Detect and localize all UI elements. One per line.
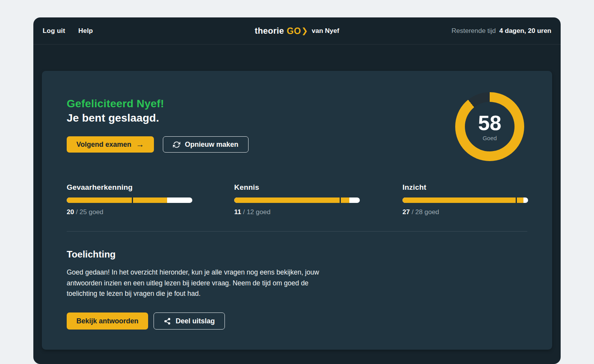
share-label: Deel uitslag [176, 317, 215, 325]
explanation-title: Toelichting [67, 249, 116, 260]
stat-bar-threshold [516, 197, 517, 203]
next-exam-label: Volgend examen [76, 141, 131, 149]
stat-label: Inzicht [402, 183, 528, 192]
top-actions: Volgend examen → Opnieuw maken [67, 136, 249, 153]
share-result-button[interactable]: Deel uitslag [154, 312, 225, 330]
remaining-time: Resterende tijd 4 dagen, 20 uren [451, 27, 551, 35]
share-icon [164, 318, 171, 325]
stat-score-total: / 28 goed [410, 208, 439, 216]
stat-bar-threshold [132, 197, 133, 203]
score-ring-center: 58 Goed [465, 102, 515, 151]
logo-go: GO [287, 26, 301, 36]
stat-label: Kennis [234, 183, 360, 192]
refresh-icon [173, 141, 180, 148]
score-value: 58 [478, 112, 501, 133]
stat-progress-bar [234, 197, 360, 203]
greeting: Gefeliciteerd Nyef! Je bent geslaagd. [67, 96, 164, 125]
stat-score: 11 / 12 goed [234, 208, 360, 216]
retry-exam-button[interactable]: Opnieuw maken [163, 136, 249, 153]
view-answers-button[interactable]: Bekijk antwoorden [67, 312, 148, 330]
stat-score: 27 / 28 goed [402, 208, 528, 216]
header-nav: Log uit Help [43, 27, 93, 35]
help-link[interactable]: Help [78, 27, 93, 35]
result-card: Gefeliciteerd Nyef! Je bent geslaagd. Vo… [42, 71, 552, 350]
stat-progress-bar [67, 197, 192, 203]
arrow-right-icon: → [136, 140, 144, 148]
app-container: Log uit Help theorie GO ❯ van Nyef Reste… [33, 17, 561, 364]
score-ring: 58 Goed [455, 92, 524, 161]
header-bar: Log uit Help theorie GO ❯ van Nyef Reste… [33, 17, 561, 45]
logout-link[interactable]: Log uit [43, 27, 65, 35]
page-background: Log uit Help theorie GO ❯ van Nyef Reste… [0, 0, 594, 364]
stat-bar-fill [402, 197, 523, 203]
stat-gevaarherkenning: Gevaarherkenning 20 / 25 goed [67, 183, 192, 216]
stat-label: Gevaarherkenning [67, 183, 192, 192]
stat-score-value: 27 [402, 208, 410, 216]
bottom-actions: Bekijk antwoorden Deel uitslag [67, 312, 225, 330]
stat-bar-threshold [340, 197, 341, 203]
remaining-time-value: 4 dagen, 20 uren [499, 27, 551, 35]
next-exam-button[interactable]: Volgend examen → [67, 136, 154, 153]
stat-score-value: 11 [234, 208, 241, 216]
stat-score: 20 / 25 goed [67, 208, 192, 216]
stat-bar-fill [67, 197, 167, 203]
remaining-time-label: Resterende tijd [451, 27, 496, 35]
stat-score-total: / 12 goed [241, 208, 271, 216]
stat-score-total: / 25 goed [74, 208, 104, 216]
stat-inzicht: Inzicht 27 / 28 goed [402, 183, 528, 216]
retry-label: Opnieuw maken [185, 141, 238, 149]
stat-kennis: Kennis 11 / 12 goed [234, 183, 360, 216]
explanation-body: Goed gedaan! In het overzicht hieronder,… [67, 267, 323, 299]
logo-chevron-icon: ❯ [301, 26, 308, 35]
view-answers-label: Bekijk antwoorden [76, 317, 138, 325]
stat-bar-fill [234, 197, 349, 203]
passed-heading: Je bent geslaagd. [67, 111, 164, 125]
logo-word: theorie [255, 26, 284, 36]
stat-score-value: 20 [67, 208, 74, 216]
section-divider [67, 231, 527, 232]
stat-progress-bar [402, 197, 528, 203]
brand-logo: theorie GO ❯ van Nyef [255, 26, 339, 36]
congrats-heading: Gefeliciteerd Nyef! [67, 96, 164, 111]
score-label: Goed [483, 135, 497, 141]
logo-user-suffix: van Nyef [312, 27, 339, 35]
